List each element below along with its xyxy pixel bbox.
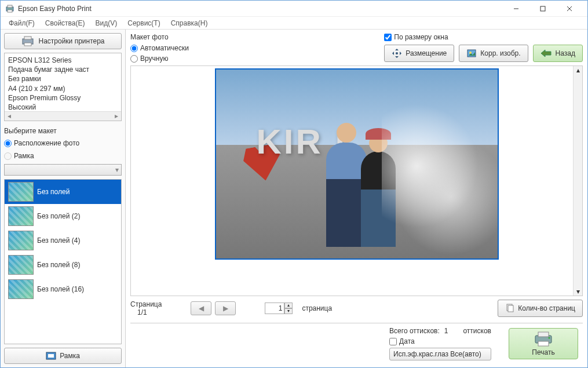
svg-point-12 (396, 52, 398, 54)
page-next-button[interactable]: ▶ (215, 301, 236, 315)
fit-window-checkbox[interactable]: По размеру окна (384, 33, 583, 41)
page-label: Страница (130, 300, 162, 308)
svg-rect-2 (8, 10, 12, 12)
print-button-label: Печать (532, 348, 554, 356)
spin-up[interactable]: ▴ (284, 303, 293, 308)
minimize-button[interactable] (503, 1, 529, 17)
spin-down[interactable]: ▾ (284, 308, 293, 314)
layout-item-borderless-4[interactable]: Без полей (4) (5, 228, 121, 253)
frame-button[interactable]: Рамка (4, 348, 122, 364)
page-input[interactable] (265, 303, 284, 314)
title-bar: Epson Easy Photo Print (1, 1, 587, 17)
adjust-icon (466, 48, 477, 59)
svg-point-14 (469, 52, 472, 54)
svg-rect-11 (48, 354, 54, 358)
total-prints-label: Всего оттисков: (389, 327, 440, 335)
redeye-button[interactable]: Исп.эф.крас.глаз Все(авто) (389, 348, 491, 360)
photo-preview[interactable]: KIR L (215, 68, 499, 260)
layout-item-borderless-2[interactable]: Без полей (2) (5, 204, 121, 228)
bottom-bar: Всего оттисков: 1 оттисков Дата Исп.эф.к… (130, 323, 583, 364)
arrow-left-icon (540, 49, 552, 57)
radio-manual[interactable]: Вручную (130, 54, 189, 63)
svg-rect-9 (24, 43, 31, 46)
layout-item-borderless-16[interactable]: Без полей (16) (5, 277, 121, 301)
total-prints-value: 1 (444, 327, 448, 335)
frame-combo[interactable]: ▾ (4, 164, 122, 176)
printer-paper: Epson Premium Glossy (8, 93, 118, 103)
menu-bar: Файл(F) Свойства(E) Вид(V) Сервис(T) Спр… (1, 17, 587, 30)
printer-info-hscroll[interactable]: ◂▸ (5, 111, 121, 121)
page-count-button[interactable]: Колич-во страниц (498, 300, 583, 317)
app-icon (5, 4, 14, 13)
printer-feed: Подача бумаг задне част (8, 65, 118, 74)
main-panel: Макет фото Автоматически Вручную По разм… (126, 30, 587, 367)
layout-thumb-icon (8, 255, 34, 275)
svg-point-20 (549, 337, 550, 339)
placement-button[interactable]: Размещение (384, 45, 454, 62)
maximize-button[interactable] (529, 1, 556, 17)
preview-vscroll[interactable]: ▴▾ (573, 66, 582, 296)
preview-area: KIR L ▴▾ (130, 65, 583, 296)
date-checkbox[interactable]: Дата (389, 337, 491, 345)
layout-thumb-icon (8, 182, 34, 202)
page-value: 1/1 (130, 308, 162, 316)
layout-thumb-icon (8, 279, 34, 299)
printer-model: EPSON L312 Series (8, 56, 118, 65)
radio-auto[interactable]: Автоматически (130, 43, 189, 53)
menu-help[interactable]: Справка(H) (166, 18, 213, 28)
printer-settings-label: Настройки принтера (38, 37, 104, 45)
adjust-image-button[interactable]: Корр. изобр. (459, 45, 528, 62)
layout-list[interactable]: Без полей Без полей (2) Без полей (4) Бе… (4, 179, 122, 344)
layout-thumb-icon (8, 231, 34, 250)
radio-frame-layout[interactable]: Рамка (4, 151, 122, 161)
printer-info-box: EPSON L312 Series Подача бумаг задне час… (4, 53, 122, 121)
page-spinner[interactable]: ▴▾ (265, 303, 293, 314)
close-button[interactable] (556, 1, 583, 17)
printer-quality: Высокий (8, 103, 118, 112)
svg-rect-16 (508, 305, 513, 312)
move-icon (392, 48, 402, 59)
svg-rect-1 (8, 5, 12, 8)
printer-border: Без рамки (8, 74, 118, 83)
layout-item-borderless-8[interactable]: Без полей (8) (5, 253, 121, 277)
layout-header: Макет фото (130, 33, 189, 41)
frame-button-label: Рамка (60, 352, 80, 360)
back-button[interactable]: Назад (533, 45, 583, 62)
print-button[interactable]: Печать (509, 328, 578, 359)
page-word: страница (302, 304, 332, 312)
svg-rect-18 (538, 332, 549, 337)
window-title: Epson Easy Photo Print (18, 5, 503, 13)
svg-rect-4 (540, 6, 545, 11)
radio-photo-layout[interactable]: Расположение фото (4, 139, 122, 148)
menu-properties[interactable]: Свойства(E) (41, 18, 90, 28)
layout-item-borderless[interactable]: Без полей (5, 180, 121, 204)
printer-size: A4 (210 x 297 мм) (8, 84, 118, 93)
svg-rect-8 (24, 37, 31, 39)
page-prev-button[interactable]: ◀ (191, 301, 211, 315)
menu-service[interactable]: Сервис(T) (123, 18, 165, 28)
menu-view[interactable]: Вид(V) (91, 18, 122, 28)
frame-icon (46, 352, 56, 360)
svg-rect-19 (538, 341, 549, 346)
menu-file[interactable]: Файл(F) (4, 18, 39, 28)
printer-icon (21, 35, 35, 47)
printer-settings-button[interactable]: Настройки принтера (4, 33, 122, 49)
select-layout-header: Выберите макет (4, 125, 122, 135)
prints-word: оттисков (463, 327, 491, 335)
sidebar: Настройки принтера EPSON L312 Series Под… (1, 30, 126, 367)
printer-large-icon (532, 331, 555, 347)
layout-thumb-icon (8, 206, 34, 226)
pages-icon (505, 304, 514, 313)
